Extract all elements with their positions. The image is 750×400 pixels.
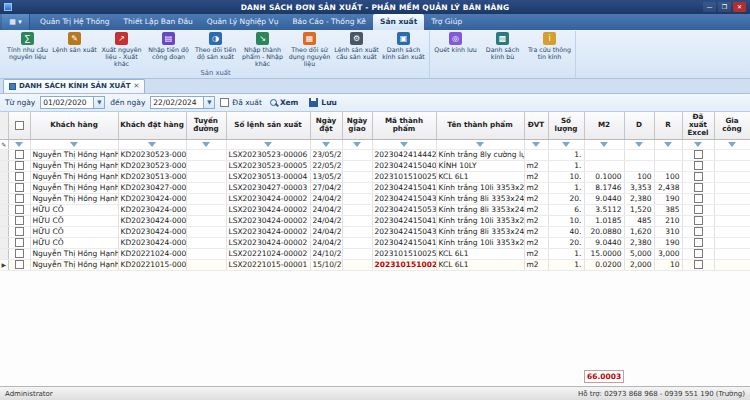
grid-row[interactable]: HỮU CÔKD20230424-000...LSX20230424-00002… <box>0 226 750 237</box>
cell-r[interactable]: 3,000 <box>654 248 682 259</box>
row-checkbox[interactable] <box>15 238 24 247</box>
cell-m2[interactable] <box>584 160 624 171</box>
filter-funnel-icon[interactable] <box>264 142 272 147</box>
row-checkbox[interactable] <box>15 249 24 258</box>
cell-ten-tp[interactable]: Kính trắng 8ly cường lực <box>436 149 524 160</box>
filter-funnel-icon[interactable] <box>694 142 702 147</box>
cell-khach-hang[interactable]: HỮU CÔ <box>30 226 118 237</box>
filter-funnel-icon[interactable] <box>476 142 484 147</box>
cell-so-lenh[interactable]: LSX20230427-00003 <box>226 182 310 193</box>
cell-da-xuat-excel[interactable] <box>682 237 714 248</box>
column-header[interactable]: Ngày giao <box>342 112 372 139</box>
cell-khach-hang[interactable]: HỮU CÔ <box>30 204 118 215</box>
cell-m2[interactable]: 9.0440 <box>584 193 624 204</box>
cell-ngay-dat[interactable]: 22/05/2... <box>310 160 342 171</box>
ribbon-button[interactable]: iTra cứu thông tin kính <box>526 31 573 68</box>
cell-ma-tp[interactable]: 20231015100256 <box>372 248 436 259</box>
cell-so-luong[interactable]: 1. <box>548 160 584 171</box>
cell-ngay-dat[interactable]: 24/04/2... <box>310 237 342 248</box>
cell-so-lenh[interactable]: LSX20221015-00001 <box>226 259 310 270</box>
cell-dvt[interactable]: m2 <box>524 259 548 270</box>
cell-khach-hang[interactable]: Nguyễn Thị Hồng Hạnh <box>30 149 118 160</box>
cell-da-xuat-excel[interactable] <box>682 248 714 259</box>
cell-so-luong[interactable]: 20. <box>548 193 584 204</box>
cell-so-lenh[interactable]: LSX20221024-00002 <box>226 248 310 259</box>
from-date-dropdown-icon[interactable]: ▼ <box>93 97 104 108</box>
cell-da-xuat-excel[interactable] <box>682 215 714 226</box>
cell-select[interactable] <box>8 160 30 171</box>
excel-checkbox[interactable] <box>694 227 703 236</box>
cell-d[interactable] <box>624 149 654 160</box>
excel-checkbox[interactable] <box>694 150 703 159</box>
filter-cell[interactable] <box>624 139 654 149</box>
cell-ma-tp[interactable]: 20230424150418 <box>372 182 436 193</box>
cell-tuyen-duong[interactable] <box>186 160 226 171</box>
cell-so-lenh[interactable]: LSX20230523-00006 <box>226 149 310 160</box>
cell-ten-tp[interactable]: KÍNH 10LY <box>436 160 524 171</box>
cell-select[interactable] <box>8 182 30 193</box>
cell-ngay-dat[interactable]: 27/04/2... <box>310 182 342 193</box>
cell-ma-tp[interactable]: 20230424150418 <box>372 215 436 226</box>
cell-ten-tp[interactable]: Kính trắng 10li 3353x2438 <box>436 182 524 193</box>
row-checkbox[interactable] <box>15 216 24 225</box>
cell-so-luong[interactable]: 10. <box>548 171 584 182</box>
cell-khach-hang[interactable]: HỮU CÔ <box>30 215 118 226</box>
cell-ngay-giao[interactable] <box>342 259 372 270</box>
filter-funnel-icon[interactable] <box>635 142 643 147</box>
cell-da-xuat-excel[interactable] <box>682 171 714 182</box>
cell-so-luong[interactable]: 20. <box>548 237 584 248</box>
cell-gia-cong[interactable] <box>714 193 750 204</box>
cell-da-xuat-excel[interactable] <box>682 193 714 204</box>
row-checkbox[interactable] <box>15 172 24 181</box>
cell-khach-dat[interactable]: KD20230424-000... <box>118 193 186 204</box>
app-menu-button[interactable]: ▦ ▾ <box>2 14 30 30</box>
cell-select[interactable] <box>8 215 30 226</box>
cell-so-luong[interactable]: 1. <box>548 259 584 270</box>
cell-m2[interactable]: 0.1000 <box>584 171 624 182</box>
cell-select[interactable] <box>8 226 30 237</box>
grid-row[interactable]: HỮU CÔKD20230424-000...LSX20230424-00002… <box>0 237 750 248</box>
filter-funnel-icon[interactable] <box>70 142 78 147</box>
cell-so-luong[interactable]: 1. <box>548 248 584 259</box>
column-header[interactable]: Ngày đặt <box>310 112 342 139</box>
column-header[interactable]: Khách hàng <box>30 112 118 139</box>
ribbon-button[interactable]: ∑Tính nhu cầu nguyên liệu <box>4 31 51 68</box>
grid-row[interactable]: HỮU CÔKD20230424-000...LSX20230424-00002… <box>0 204 750 215</box>
cell-so-luong[interactable]: 40. <box>548 226 584 237</box>
cell-ten-tp[interactable]: Kính trắng 10li 3353x2438 <box>436 215 524 226</box>
row-checkbox[interactable] <box>15 260 24 269</box>
filter-funnel-icon[interactable] <box>664 142 672 147</box>
cell-gia-cong[interactable] <box>714 215 750 226</box>
cell-so-luong[interactable]: 6. <box>548 204 584 215</box>
ribbon-button[interactable]: ⚙Lệnh sản xuất cầu sản xuất <box>333 31 380 68</box>
tab-close-icon[interactable]: ✕ <box>133 82 139 90</box>
cell-select[interactable] <box>8 193 30 204</box>
select-all-checkbox[interactable] <box>15 121 24 130</box>
cell-so-lenh[interactable]: LSX20230424-00002 <box>226 204 310 215</box>
ribbon-button[interactable]: ↘Nhập thành phẩm - Nhập khác <box>239 31 286 68</box>
filter-funnel-icon[interactable] <box>353 142 361 147</box>
cell-gia-cong[interactable] <box>714 259 750 270</box>
cell-ma-tp[interactable]: 20230424150402 <box>372 160 436 171</box>
row-checkbox[interactable] <box>15 194 24 203</box>
cell-d[interactable]: 2,000 <box>624 259 654 270</box>
ribbon-button[interactable]: ◑Theo dõi tiến độ sản xuất <box>192 31 239 68</box>
menu-tab[interactable]: Báo Cáo - Thống Kê <box>285 14 373 30</box>
maximize-button[interactable]: ❐ <box>718 2 731 12</box>
excel-checkbox[interactable] <box>694 183 703 192</box>
cell-dvt[interactable]: m2 <box>524 193 548 204</box>
ribbon-button[interactable]: ▣Danh sách kính sản xuất <box>380 31 427 68</box>
column-header[interactable]: Số lệnh sản xuất <box>226 112 310 139</box>
cell-ngay-dat[interactable]: 24/04/2... <box>310 215 342 226</box>
to-date-dropdown-icon[interactable]: ▼ <box>203 97 214 108</box>
excel-checkbox[interactable] <box>694 238 703 247</box>
cell-r[interactable]: 210 <box>654 215 682 226</box>
cell-tuyen-duong[interactable] <box>186 171 226 182</box>
excel-checkbox[interactable] <box>694 216 703 225</box>
ribbon-button[interactable]: ▩Danh sách kính bù <box>479 31 526 68</box>
cell-tuyen-duong[interactable] <box>186 204 226 215</box>
cell-ngay-dat[interactable]: 23/05/2... <box>310 149 342 160</box>
cell-khach-hang[interactable]: Nguyễn Thị Hồng Hạnh <box>30 193 118 204</box>
cell-m2[interactable]: 3.5112 <box>584 204 624 215</box>
filter-cell[interactable] <box>342 139 372 149</box>
